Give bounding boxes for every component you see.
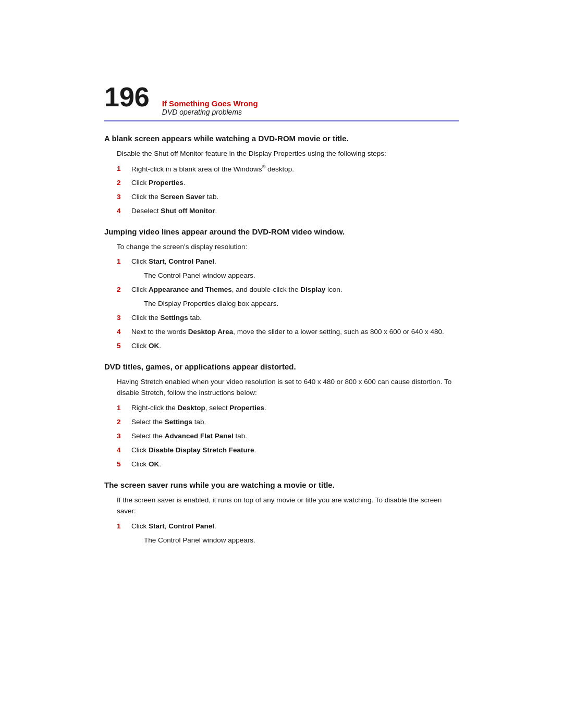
step-3-3: 3 Select the Advanced Flat Panel tab. — [117, 431, 459, 442]
chapter-subtitle: DVD operating problems — [162, 108, 258, 116]
step-number: 4 — [117, 327, 126, 338]
step-number: 4 — [117, 445, 126, 456]
step-number: 3 — [117, 192, 126, 203]
page-header-text: If Something Goes Wrong DVD operating pr… — [162, 99, 258, 116]
step-3-1: 1 Right-click the Desktop, select Proper… — [117, 403, 459, 414]
step-1-1: 1 Right-click in a blank area of the Win… — [117, 164, 459, 175]
step-text: Click Properties. — [131, 178, 459, 189]
step-text: Select the Settings tab. — [131, 417, 459, 428]
step-number: 2 — [117, 178, 126, 189]
section-2-intro: To change the screen's display resolutio… — [117, 241, 459, 253]
chapter-title: If Something Goes Wrong — [162, 99, 258, 108]
step-text: Next to the words Desktop Area, move the… — [131, 327, 459, 338]
section-3-intro: Having Stretch enabled when your video r… — [117, 376, 459, 399]
step-text: Right-click in a blank area of the Windo… — [131, 164, 459, 175]
step-3-5: 5 Click OK. — [117, 459, 459, 470]
step-2-5: 5 Click OK. — [117, 341, 459, 352]
section-blank-screen: A blank screen appears while watching a … — [104, 134, 459, 217]
step-4-1: 1 Click Start, Control Panel. — [117, 521, 459, 532]
section-1-intro: Disable the Shut off Monitor feature in … — [117, 148, 459, 159]
step-number: 2 — [117, 285, 126, 295]
step-number: 4 — [117, 206, 126, 217]
section-heading-4: The screen saver runs while you are watc… — [104, 480, 459, 489]
section-jumping-video: Jumping video lines appear around the DV… — [104, 227, 459, 352]
section-1-steps: 1 Right-click in a blank area of the Win… — [117, 164, 459, 217]
step-3-2: 2 Select the Settings tab. — [117, 417, 459, 428]
step-text: Click OK. — [131, 341, 459, 352]
step-number: 3 — [117, 431, 126, 442]
section-4-intro: If the screen saver is enabled, it runs … — [117, 495, 459, 517]
step-1-4: 4 Deselect Shut off Monitor. — [117, 206, 459, 217]
step-2-1: 1 Click Start, Control Panel. — [117, 256, 459, 267]
step-text: Deselect Shut off Monitor. — [131, 206, 459, 217]
step-text: Select the Advanced Flat Panel tab. — [131, 431, 459, 442]
step-text: Click Disable Display Stretch Feature. — [131, 445, 459, 456]
section-3-steps: 1 Right-click the Desktop, select Proper… — [117, 403, 459, 470]
step-text: Click the Settings tab. — [131, 313, 459, 324]
step-4-1-note: The Control Panel window appears. — [144, 535, 459, 546]
step-2-2: 2 Click Appearance and Themes, and doubl… — [117, 285, 459, 295]
section-2-steps: 1 Click Start, Control Panel. The Contro… — [117, 256, 459, 351]
step-text: Click Appearance and Themes, and double-… — [131, 285, 459, 295]
step-2-2-note: The Display Properties dialog box appear… — [144, 299, 459, 310]
step-1-3: 3 Click the Screen Saver tab. — [117, 192, 459, 203]
step-2-1-note: The Control Panel window appears. — [144, 270, 459, 281]
step-number: 1 — [117, 521, 126, 532]
step-number: 5 — [117, 459, 126, 470]
page-container: 196 If Something Goes Wrong DVD operatin… — [104, 0, 459, 728]
step-text: Click OK. — [131, 459, 459, 470]
section-dvd-distorted: DVD titles, games, or applications appea… — [104, 362, 459, 470]
step-text: Click Start, Control Panel. — [131, 521, 459, 532]
step-number: 3 — [117, 313, 126, 324]
step-text: Click the Screen Saver tab. — [131, 192, 459, 203]
page-header: 196 If Something Goes Wrong DVD operatin… — [104, 83, 459, 121]
step-3-4: 4 Click Disable Display Stretch Feature. — [117, 445, 459, 456]
step-number: 1 — [117, 403, 126, 414]
section-heading-3: DVD titles, games, or applications appea… — [104, 362, 459, 371]
section-4-steps: 1 Click Start, Control Panel. The Contro… — [117, 521, 459, 546]
step-2-3: 3 Click the Settings tab. — [117, 313, 459, 324]
section-heading-1: A blank screen appears while watching a … — [104, 134, 459, 143]
step-2-4: 4 Next to the words Desktop Area, move t… — [117, 327, 459, 338]
step-number: 2 — [117, 417, 126, 428]
step-number: 5 — [117, 341, 126, 352]
step-number: 1 — [117, 164, 126, 175]
section-screen-saver: The screen saver runs while you are watc… — [104, 480, 459, 546]
step-text: Right-click the Desktop, select Properti… — [131, 403, 459, 414]
step-number: 1 — [117, 256, 126, 267]
step-text: Click Start, Control Panel. — [131, 256, 459, 267]
section-heading-2: Jumping video lines appear around the DV… — [104, 227, 459, 236]
step-1-2: 2 Click Properties. — [117, 178, 459, 189]
page-number: 196 — [104, 83, 150, 110]
